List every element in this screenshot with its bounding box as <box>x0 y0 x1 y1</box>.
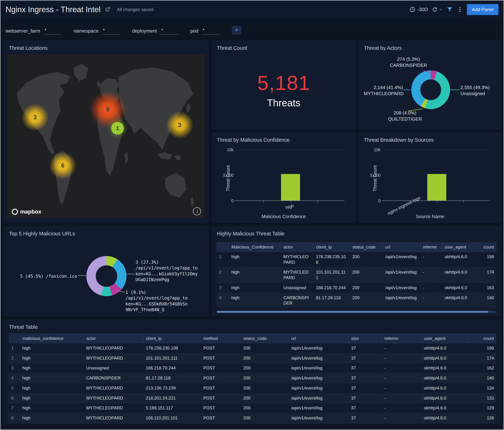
table-cell: 186.218.70.244 <box>143 363 201 373</box>
column-header[interactable] <box>9 334 20 343</box>
table-cell: 198 <box>478 252 496 267</box>
table-cell: high <box>229 293 281 308</box>
slice-value: 5 (45.5%) <box>20 274 43 279</box>
table-cell: POST <box>201 413 241 423</box>
add-panel-button[interactable]: Add Panel <box>467 4 498 15</box>
column-header[interactable]: malicious_confidence <box>20 334 84 343</box>
table-cell: 218.201.24.221 <box>143 393 201 403</box>
actors-donut-chart[interactable] <box>411 71 450 109</box>
map-info-button[interactable]: i <box>193 207 201 215</box>
bar-high[interactable] <box>281 174 300 200</box>
map-cluster-marker[interactable]: 3 <box>166 112 193 138</box>
column-header[interactable]: referrer <box>382 334 421 343</box>
row-index: 2 <box>9 353 20 363</box>
filter-input-namespace[interactable]: * <box>102 27 120 35</box>
slice-value: 274 (5.3%) <box>386 56 431 62</box>
table-cell: Unassigned <box>281 283 313 293</box>
gridline <box>236 150 344 150</box>
filter-button[interactable] <box>446 6 453 13</box>
table-cell: CARBONSPIDER <box>84 373 143 383</box>
refresh-icon <box>432 7 438 13</box>
column-header[interactable]: client_ip <box>313 242 350 252</box>
callout-line <box>404 90 411 90</box>
y-tick: 10k <box>227 147 234 152</box>
column-header[interactable]: user_agent <box>442 242 478 252</box>
table-cell: POST <box>201 403 241 413</box>
table-cell: high <box>229 267 281 283</box>
column-header[interactable]: status_code <box>241 334 289 343</box>
column-header[interactable]: count <box>469 334 496 343</box>
table-row: 3highUnassigned186.218.70.244200/api/v1/… <box>216 283 496 293</box>
table-row: 2highMYTHICLEOPARD101.101.201.111POST200… <box>9 353 496 363</box>
table-cell: 81.17.28.118 <box>143 373 201 383</box>
world-map[interactable]: 3 8 1 3 6 mapbox i <box>8 54 205 218</box>
column-header[interactable]: url <box>383 242 420 252</box>
x-tick-mark <box>463 201 464 202</box>
table-row: 6highMYTHICLEOPARD218.201.24.221POST200/… <box>9 393 496 403</box>
y-tick: 10k <box>374 147 380 152</box>
map-cluster-marker[interactable]: 6 <box>49 152 76 179</box>
map-cluster-marker[interactable]: 3 <box>22 104 49 131</box>
table-cell: okhttp/4.6.0 <box>421 383 469 393</box>
share-button[interactable] <box>105 7 111 13</box>
column-header[interactable]: count <box>478 242 496 252</box>
mapbox-wordmark: mapbox <box>20 208 41 215</box>
x-category-label: nginx-ingress-logs <box>387 195 421 216</box>
dashboard-grid: Threat Locations <box>0 41 504 424</box>
map-cluster-marker[interactable]: 8 <box>90 91 126 127</box>
column-header[interactable]: method <box>201 334 241 343</box>
horizontal-scrollbar <box>216 311 496 313</box>
funnel-icon <box>446 6 453 13</box>
table-cell: 37 <box>349 343 382 353</box>
add-filter-button[interactable]: + <box>232 26 242 35</box>
column-header[interactable]: status_code <box>350 242 383 252</box>
bar-nginx-ingress-logs[interactable] <box>427 174 446 200</box>
column-header[interactable]: size <box>349 334 382 343</box>
row-index: 6 <box>9 393 20 403</box>
slice-url: /favicon.ico <box>46 274 77 279</box>
table-cell: 140 <box>469 373 496 383</box>
table-cell: 186.218.70.244 <box>313 283 350 293</box>
map-cluster-marker[interactable]: 1 <box>111 122 124 134</box>
table-cell: high <box>229 252 281 267</box>
plot-area: 10k 5,000 0 high <box>236 150 344 201</box>
table-cell: okhttp/4.6.0 <box>442 293 478 308</box>
time-range-button[interactable]: -30D <box>409 7 428 13</box>
column-header[interactable]: url <box>288 334 349 343</box>
table-cell: - <box>420 252 442 267</box>
table-cell: /api/v1/event/log <box>383 293 420 308</box>
column-header[interactable]: client_ip <box>143 334 201 343</box>
column-header[interactable]: Malicious_Confidence <box>229 242 281 252</box>
filter-input-deployment[interactable]: * <box>160 27 179 35</box>
panel-title: Top 5 Highly Malicious URLs <box>4 226 208 240</box>
table-cell: 200 <box>350 283 383 293</box>
table-cell: 101.101.201.111 <box>143 353 201 363</box>
column-header[interactable]: actor <box>84 334 143 343</box>
column-header[interactable] <box>216 242 229 252</box>
table-cell: 200 <box>350 252 383 267</box>
table-cell: 174 <box>478 267 496 283</box>
more-options-button[interactable] <box>457 7 463 13</box>
threat-table: malicious_confidenceactorclient_ipmethod… <box>9 334 496 423</box>
table-cell: 106.110.201.101 <box>143 413 201 423</box>
mapbox-attribution[interactable]: mapbox <box>12 208 41 215</box>
refresh-button[interactable] <box>432 7 442 13</box>
x-category-label: high <box>285 203 294 210</box>
scrollbar-thumb[interactable] <box>217 311 488 313</box>
table-cell: okhttp/4.6.0 <box>421 403 469 413</box>
column-header[interactable]: user_agent <box>421 334 469 343</box>
filter-input-webserver-farm[interactable]: * <box>44 27 62 35</box>
plus-icon: + <box>235 26 238 34</box>
time-range-label: -30D <box>417 7 428 12</box>
table-row: 5highMYTHICLEOPARD213.136.73.239POST200/… <box>9 383 496 393</box>
filter-input-pod[interactable]: * <box>202 27 220 35</box>
callout-line <box>450 90 460 90</box>
urls-donut-chart[interactable] <box>86 256 126 296</box>
column-header[interactable]: actor <box>281 242 313 252</box>
table-cell: /api/v1/event/log <box>288 383 349 393</box>
table-cell: 200 <box>241 393 289 403</box>
slice-label-quiltedtiger: 208 (4.0%) QUILTEDTIGER <box>382 110 428 122</box>
table-cell: okhttp/4.6.0 <box>421 343 469 353</box>
column-header[interactable]: referrer <box>420 242 442 252</box>
table-cell: 37 <box>349 403 382 413</box>
